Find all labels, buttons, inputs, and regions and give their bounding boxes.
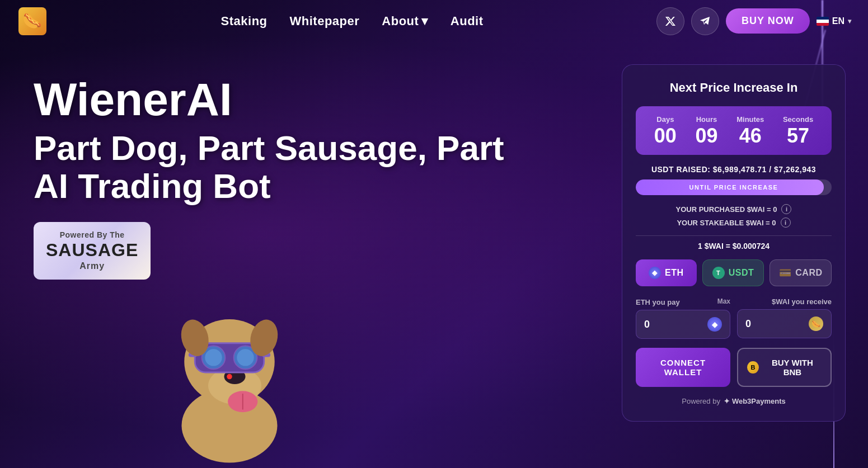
purchased-label: YOUR PURCHASED $WAI = 0 xyxy=(676,205,777,214)
buy-bnb-label: BUY WITH BNB xyxy=(763,358,822,377)
lang-label: EN xyxy=(832,16,844,26)
eth-input[interactable] xyxy=(644,319,698,330)
wai-input-group: $WAI you receive 🌭 xyxy=(737,297,832,339)
card-payment-button[interactable]: 💳 CARD xyxy=(770,259,832,286)
wai-input-icon: 🌭 xyxy=(809,316,823,331)
web3payments-label: Web3Payments xyxy=(732,397,786,405)
usdt-raised-target: $7,262,943 xyxy=(774,165,816,174)
usdt-icon: T xyxy=(712,267,725,279)
powered-by-text: Powered by xyxy=(682,397,720,405)
stakeable-label: YOUR STAKEABLE $WAI = 0 xyxy=(677,219,776,227)
eth-payment-button[interactable]: ◆ ETH xyxy=(636,259,697,286)
max-label[interactable]: Max xyxy=(717,297,730,305)
usdt-raised-current: $6,989,478.71 xyxy=(713,165,767,174)
buy-bnb-button[interactable]: B BUY WITH BNB xyxy=(737,348,832,387)
minutes-label: Minutes xyxy=(736,115,764,124)
divider xyxy=(636,235,832,236)
eth-input-icon: ◆ xyxy=(707,317,722,332)
countdown-hours: Hours 09 xyxy=(696,115,718,146)
card-icon: 💳 xyxy=(779,267,792,279)
buy-now-button[interactable]: BUY NOW xyxy=(726,8,810,34)
powered-web3payments: Powered by ✦ Web3Payments xyxy=(636,397,832,405)
usdt-raised-display: USDT RAISED: $6,989,478.71 / $7,262,943 xyxy=(636,165,832,174)
panel-title: Next Price Increase In xyxy=(636,81,832,95)
wai-receive-label: $WAI you receive xyxy=(772,297,832,306)
seconds-value: 57 xyxy=(783,126,813,146)
usdt-raised-label: USDT RAISED: xyxy=(651,165,711,174)
lang-chevron-icon: ▾ xyxy=(848,17,851,25)
countdown-minutes: Minutes 46 xyxy=(736,115,764,146)
eth-input-group: ETH you pay Max ◆ xyxy=(636,297,730,339)
seconds-label: Seconds xyxy=(783,115,813,124)
stakeable-info-icon[interactable]: i xyxy=(781,218,791,228)
flag-icon xyxy=(817,17,829,26)
eth-pay-label: ETH you pay xyxy=(636,298,680,306)
eth-icon: ◆ xyxy=(649,267,661,279)
usdt-raised-separator: / xyxy=(769,165,771,174)
price-display: 1 $WAI = $0.000724 xyxy=(636,242,832,250)
connect-wallet-button[interactable]: CONNECT WALLET xyxy=(636,348,730,387)
wai-input[interactable] xyxy=(745,318,800,330)
input-section: ETH you pay Max ◆ $WAI you receive 🌭 xyxy=(636,297,832,339)
bnb-icon: B xyxy=(747,361,759,374)
days-label: Days xyxy=(654,115,677,124)
usdt-label: USDT xyxy=(729,268,754,278)
purchased-stat: YOUR PURCHASED $WAI = 0 i xyxy=(636,204,832,214)
dog-svg xyxy=(132,256,327,468)
progress-bar: UNTIL PRICE INCREASE xyxy=(636,179,832,195)
nav-link-whitepaper[interactable]: Whitepaper xyxy=(290,14,360,29)
nav-link-about[interactable]: About ▾ xyxy=(382,14,428,29)
progress-label: UNTIL PRICE INCREASE xyxy=(636,179,832,195)
countdown-timer: Days 00 Hours 09 Minutes 46 Seconds 57 xyxy=(636,106,832,155)
svg-point-11 xyxy=(227,374,232,380)
nav-link-audit[interactable]: Audit xyxy=(451,14,484,29)
hours-label: Hours xyxy=(696,115,718,124)
stakeable-stat: YOUR STAKEABLE $WAI = 0 i xyxy=(636,218,832,228)
purchased-info-icon[interactable]: i xyxy=(781,204,791,214)
svg-point-6 xyxy=(205,349,222,366)
days-value: 00 xyxy=(654,126,677,146)
twitter-button[interactable] xyxy=(656,7,684,35)
telegram-icon xyxy=(700,16,711,27)
payment-options: ◆ ETH T USDT 💳 CARD xyxy=(636,259,832,286)
web3payments-logo: ✦ Web3Payments xyxy=(724,397,786,405)
telegram-button[interactable] xyxy=(691,7,719,35)
hours-value: 09 xyxy=(696,126,718,146)
navbar: 🌭 Staking Whitepaper About ▾ Audit BUY N… xyxy=(0,0,868,42)
about-chevron-icon: ▾ xyxy=(421,14,428,29)
powered-top-text: Powered By The xyxy=(46,230,138,239)
eth-label: ETH xyxy=(665,268,684,278)
stats-section: YOUR PURCHASED $WAI = 0 i YOUR STAKEABLE… xyxy=(636,204,832,228)
svg-point-8 xyxy=(237,349,254,366)
nav-links: Staking Whitepaper About ▾ Audit xyxy=(48,14,656,29)
dog-character xyxy=(123,244,336,468)
wai-input-field: 🌭 xyxy=(737,309,832,338)
web3-asterisk: ✦ xyxy=(724,397,730,405)
usdt-payment-button[interactable]: T USDT xyxy=(702,259,764,286)
eth-input-field[interactable]: ◆ xyxy=(636,310,730,339)
twitter-icon xyxy=(665,16,676,27)
countdown-seconds: Seconds 57 xyxy=(783,115,813,146)
language-selector[interactable]: EN ▾ xyxy=(817,16,851,26)
nav-right: BUY NOW EN ▾ xyxy=(656,7,851,35)
minutes-value: 46 xyxy=(736,126,764,146)
purchase-panel: Next Price Increase In Days 00 Hours 09 … xyxy=(622,64,846,422)
logo-image: 🌭 xyxy=(18,7,46,35)
logo[interactable]: 🌭 xyxy=(17,6,48,36)
nav-link-staking[interactable]: Staking xyxy=(221,14,268,29)
countdown-days: Days 00 xyxy=(654,115,677,146)
card-label: CARD xyxy=(795,268,822,278)
action-buttons: CONNECT WALLET B BUY WITH BNB xyxy=(636,348,832,387)
